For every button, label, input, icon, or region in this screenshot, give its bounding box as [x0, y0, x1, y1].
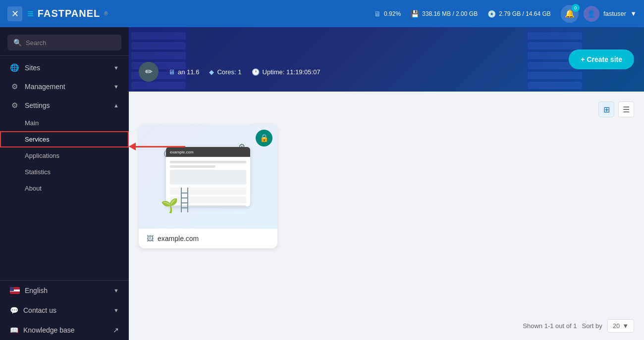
server-uptime-detail: 🕐 Uptime: 11:19:05:07 — [252, 68, 321, 76]
sidebar-sub-item-applications[interactable]: Applications — [0, 147, 129, 164]
sidebar: 🔍 🌐 Sites ▼ ⚙ Management ▼ ⚙ Settings ▲ — [0, 27, 129, 340]
ladder-rung-1 — [182, 193, 187, 194]
disk-icon: 💿 — [487, 10, 496, 18]
logo-text: FASTPANEL — [38, 8, 100, 19]
server-banner: ✏ 🖥 an 11.6 ◆ Cores: 1 🕐 Uptime: 11:19:0… — [129, 27, 644, 92]
settings-icon: ⚙ — [10, 101, 19, 110]
notification-button[interactable]: 🔔 0 — [561, 5, 579, 23]
ladder-icon — [181, 188, 188, 212]
sidebar-item-sites-left: 🌐 Sites — [10, 63, 40, 72]
view-controls: ⊞ ☰ — [139, 101, 634, 117]
cores-label: Cores: 1 — [217, 68, 241, 76]
sort-chevron-icon: ▼ — [622, 322, 629, 330]
contact-icon: 💬 — [10, 306, 18, 314]
os-icon: 🖥 — [168, 68, 175, 76]
header-stats: 🖥 0.92% 💾 338.16 MB / 2.00 GB 💿 2.79 GB … — [374, 10, 551, 18]
sub-statistics-label: Statistics — [25, 168, 51, 176]
kb-icon: 📖 — [10, 326, 18, 334]
user-chevron-icon: ▼ — [630, 10, 637, 17]
search-icon: 🔍 — [13, 39, 22, 47]
user-menu-button[interactable]: 👤 fastuser ▼ — [584, 6, 637, 22]
ram-value: 338.16 MB / 2.00 GB — [422, 10, 478, 17]
username-label: fastuser — [603, 10, 626, 17]
server-avatar[interactable]: ✏ — [139, 62, 159, 82]
ladder-rung-4 — [182, 207, 187, 208]
sidebar-item-settings[interactable]: ⚙ Settings ▲ — [0, 96, 129, 115]
sites-grid: ⟨/⟩ ⚙ example.com — [139, 125, 634, 248]
language-selector[interactable]: English ▼ — [0, 281, 129, 300]
plant-icon: 🌱 — [161, 197, 178, 214]
sort-by-select[interactable]: 20 ▼ — [607, 319, 634, 333]
shown-count-label: Shown 1-1 out of 1 — [523, 322, 577, 330]
sidebar-sub-item-main[interactable]: Main — [0, 115, 129, 131]
grid-view-button[interactable]: ⊞ — [598, 101, 614, 117]
disk-stat: 💿 2.79 GB / 14.64 GB — [487, 10, 551, 18]
ram-icon: 💾 — [411, 10, 419, 18]
ladder-rung-3 — [182, 202, 187, 203]
site-card[interactable]: ⟨/⟩ ⚙ example.com — [139, 125, 277, 248]
logo: ≡ FASTPANEL® — [27, 7, 108, 20]
contact-left: 💬 Contact us — [10, 306, 56, 314]
site-card-footer: 🖼 example.com — [139, 229, 277, 248]
search-input[interactable] — [26, 39, 115, 47]
ram-stat: 💾 338.16 MB / 2.00 GB — [411, 10, 478, 18]
content-line-1 — [170, 161, 246, 163]
browser-content — [166, 157, 250, 206]
sites-icon: 🌐 — [10, 63, 19, 72]
header-left: ✕ ≡ FASTPANEL® — [7, 6, 108, 21]
sidebar-management-label: Management — [25, 83, 65, 91]
contact-us-item[interactable]: 💬 Contact us ▼ — [0, 300, 129, 320]
sidebar-sites-label: Sites — [25, 64, 40, 72]
grid-view-icon: ⊞ — [603, 105, 610, 114]
sidebar-sub-item-services[interactable]: Services — [0, 131, 129, 147]
content-line-2 — [170, 165, 215, 168]
cpu-value: 0.92% — [384, 10, 401, 17]
website-illustration: ⟨/⟩ ⚙ example.com — [159, 137, 258, 216]
os-label: an 11.6 — [178, 68, 199, 76]
url-bar: example.com — [170, 150, 194, 154]
sites-chevron-icon: ▼ — [113, 65, 119, 71]
lock-badge: 🔒 — [256, 130, 272, 146]
user-avatar: 👤 — [584, 6, 599, 22]
settings-chevron-icon: ▲ — [113, 102, 119, 108]
sidebar-sub-item-statistics[interactable]: Statistics — [0, 164, 129, 180]
browser-bar: example.com — [166, 147, 250, 157]
sidebar-bottom: English ▼ 💬 Contact us ▼ 📖 Knowledge bas… — [0, 280, 129, 340]
server-cores-detail: ◆ Cores: 1 — [209, 68, 241, 76]
sub-main-label: Main — [25, 119, 39, 127]
lang-left: English — [10, 287, 48, 294]
server-details: 🖥 an 11.6 ◆ Cores: 1 🕐 Uptime: 11:19:05:… — [168, 68, 321, 76]
close-button[interactable]: ✕ — [7, 6, 22, 21]
disk-value: 2.79 GB / 14.64 GB — [499, 10, 551, 17]
cores-icon: ◆ — [209, 68, 214, 76]
kb-label: Knowledge base — [23, 326, 75, 334]
sidebar-item-sites[interactable]: 🌐 Sites ▼ — [0, 58, 129, 77]
list-view-icon: ☰ — [623, 105, 630, 114]
list-view-button[interactable]: ☰ — [618, 101, 634, 117]
notification-badge: 0 — [572, 4, 580, 12]
ladder-rung-2 — [182, 197, 187, 198]
sort-by-label: Sort by — [582, 322, 602, 330]
banner-background — [129, 27, 644, 92]
flag-icon — [10, 287, 20, 294]
sub-applications-label: Applications — [25, 152, 59, 159]
sort-value: 20 — [613, 322, 620, 330]
sidebar-item-management-left: ⚙ Management — [10, 82, 65, 91]
uptime-icon: 🕐 — [252, 68, 260, 76]
sidebar-item-management[interactable]: ⚙ Management ▼ — [0, 77, 129, 96]
site-image-icon: 🖼 — [147, 235, 154, 243]
header: ✕ ≡ FASTPANEL® 🖥 0.92% 💾 338.16 MB / 2.0… — [0, 0, 644, 27]
management-icon: ⚙ — [10, 82, 19, 91]
sidebar-sub-item-about[interactable]: About — [0, 180, 129, 196]
content-block-1 — [170, 170, 246, 185]
knowledge-base-item[interactable]: 📖 Knowledge base ↗ — [0, 320, 129, 340]
create-site-button[interactable]: + Create site — [569, 49, 634, 69]
search-box[interactable]: 🔍 — [7, 35, 121, 50]
main-content: ✏ 🖥 an 11.6 ◆ Cores: 1 🕐 Uptime: 11:19:0… — [129, 27, 644, 340]
sidebar-settings-label: Settings — [25, 101, 50, 109]
contact-label: Contact us — [23, 306, 56, 314]
management-chevron-icon: ▼ — [113, 84, 119, 90]
search-container: 🔍 — [0, 27, 129, 56]
server-info: ✏ 🖥 an 11.6 ◆ Cores: 1 🕐 Uptime: 11:19:0… — [139, 62, 321, 82]
server-os-detail: 🖥 an 11.6 — [168, 68, 199, 76]
